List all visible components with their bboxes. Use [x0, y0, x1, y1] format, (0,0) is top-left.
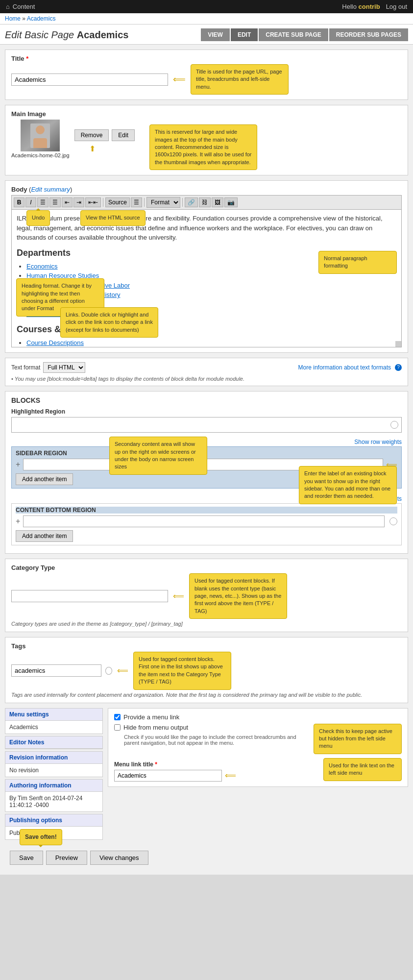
save-tooltip: Save often! [20, 829, 62, 845]
image-button[interactable]: 🖼 [212, 197, 223, 207]
hide-menu-tooltip: Check this to keep page active but hidde… [314, 724, 402, 754]
logout-link[interactable]: Log out [386, 3, 407, 10]
course-descriptions[interactable]: Course Descriptions [26, 339, 84, 346]
tags-section: Tags ⟸ Used for tagged content blocks. F… [5, 637, 408, 703]
tags-arrow: ⟸ [117, 666, 128, 675]
text-format-select[interactable]: Full HTML [43, 362, 85, 373]
authoring-value: By Tim Senft on 2014-07-24 11:40:12 -040… [5, 792, 102, 811]
tags-label: Tags [11, 642, 402, 650]
menu-settings-header[interactable]: Menu settings [5, 709, 102, 721]
hide-hint: Check if you would like the page to incl… [124, 734, 305, 746]
content-bottom-label: CONTENT BOTTOM REGION [16, 507, 397, 514]
format-select-wrap: Text format Full HTML [11, 362, 85, 373]
tag-input-wrap [11, 664, 112, 677]
menu-link-required: * [155, 761, 157, 768]
sidebar-tooltip: Secondary content area will show up on t… [109, 437, 207, 475]
breadcrumb-academics[interactable]: Academics [27, 15, 56, 22]
edit-image-button[interactable]: Edit [112, 129, 135, 141]
title-arrow: ⟸ [173, 74, 186, 85]
tag-circle [105, 667, 112, 675]
body-label: Body (Edit summary) [11, 186, 402, 193]
italic-button[interactable]: I [25, 197, 36, 207]
content-bottom-input-row: + [16, 515, 397, 527]
breadcrumb: Home » Academics [0, 13, 413, 24]
header-buttons: VIEW EDIT CREATE SUB PAGE REORDER SUB PA… [201, 28, 408, 41]
footer-buttons: Save Preview View changes Save often! [5, 846, 408, 870]
format-info-link[interactable]: More information about text formats [298, 364, 391, 371]
image-filename: Academics-home-02.jpg [11, 152, 70, 158]
content-label: Content [13, 3, 35, 10]
menu-link-title-wrap: Menu link title * ⟸ Used for the link te… [114, 758, 402, 782]
blocks-section: BLOCKS Highlighted Region Show row weigh… [5, 391, 408, 554]
highlighted-input[interactable] [15, 419, 389, 430]
category-section: Category Type ⟸ Used for tagged content … [5, 559, 408, 632]
ordered-list-button[interactable]: ☰ [49, 197, 61, 207]
content-bottom-section: CONTENT BOTTOM REGION + Add another item [11, 503, 402, 545]
text-format-row: Text format Full HTML More information a… [11, 362, 402, 373]
category-input[interactable] [11, 590, 168, 602]
tag-input[interactable] [11, 664, 101, 677]
dept-economics[interactable]: Economics [26, 263, 58, 270]
unlink-button[interactable]: ⛓ [199, 197, 211, 207]
highlighted-input-row [11, 417, 402, 433]
authoring-panel: Authoring information By Tim Senft on 20… [5, 779, 103, 812]
menu-settings-panel: Menu settings Academics [5, 708, 103, 734]
category-tooltip: Used for tagged content blocks. If blank… [189, 573, 287, 619]
edit-button[interactable]: EDIT [231, 28, 258, 41]
content-bottom-input[interactable] [23, 515, 385, 527]
align-button[interactable]: ⇤⇤ [85, 197, 101, 207]
indent-decrease-button[interactable]: ⇤ [62, 197, 73, 207]
category-label: Category Type [11, 564, 402, 571]
provide-link-checkbox[interactable] [114, 714, 121, 720]
save-button[interactable]: Save [10, 851, 43, 865]
preview-button[interactable]: Preview [46, 851, 87, 865]
format-select[interactable]: Format [146, 197, 180, 208]
main-image-section: Main Image Academics-home-02.jpg Remove … [5, 105, 408, 175]
bold-button[interactable]: B [14, 197, 24, 207]
normal-tooltip-container: Normal paragraph formatting [318, 251, 397, 274]
sidebar-plus-icon: + [16, 460, 20, 469]
title-input[interactable] [11, 74, 168, 86]
edit-summary-link[interactable]: Edit summary [31, 186, 70, 193]
editor-wrapper: ILR's curriculum presents a balance of s… [11, 209, 402, 347]
breadcrumb-home[interactable]: Home [5, 15, 21, 22]
hide-from-menu-row: Hide from menu output [114, 724, 305, 731]
sidebar-input-tooltip: Enter the label of an existing block you… [299, 466, 397, 504]
menu-link-title-input[interactable] [114, 770, 222, 782]
toolbar-separator-2 [144, 198, 145, 207]
username: contrib [359, 3, 380, 10]
view-changes-button[interactable]: View changes [90, 851, 148, 865]
image-thumbnail [21, 120, 60, 151]
view-button[interactable]: VIEW [201, 28, 230, 41]
sidebar-region-container: Show row weights SIDEBAR REGION + ⟸ Add … [11, 437, 402, 489]
editor-notes-panel: Editor Notes [5, 736, 103, 749]
create-sub-page-button[interactable]: CREATE SUB PAGE [259, 28, 328, 41]
link-icon-button[interactable]: 🔗 [185, 197, 198, 207]
provide-link-row: Provide a menu link [114, 713, 402, 721]
media-button[interactable]: 📷 [224, 197, 238, 207]
source-button[interactable]: Source [105, 197, 130, 207]
text-format-section: Text format Full HTML More information a… [5, 358, 408, 386]
lines-button[interactable]: ☰ [131, 197, 142, 207]
links-tooltip: Links. Double click or highlight and cli… [60, 307, 158, 338]
editor-resize-handle[interactable] [395, 341, 401, 347]
publishing-header[interactable]: Publishing options [5, 814, 102, 827]
add-content-bottom-item-button[interactable]: Add another item [16, 530, 73, 542]
title-required: * [26, 55, 28, 62]
hide-menu-row-wrap: Hide from menu output Check if you would… [114, 724, 402, 754]
add-sidebar-item-button[interactable]: Add another item [16, 473, 73, 485]
home-icon: ⌂ [6, 3, 10, 10]
content-bottom-circle [389, 517, 397, 525]
image-arrow: ⬆ [89, 144, 135, 153]
show-row-weights-sidebar[interactable]: Show row weights [354, 439, 402, 445]
authoring-header[interactable]: Authoring information [5, 780, 102, 792]
revision-header[interactable]: Revision information [5, 752, 102, 764]
menu-link-title-label: Menu link title * [114, 761, 315, 768]
indent-increase-button[interactable]: ⇥ [73, 197, 84, 207]
reorder-sub-pages-button[interactable]: REORDER SUB PAGES [329, 28, 408, 41]
title-section: Title * ⟸ Title is used for the page URL… [5, 49, 408, 100]
hide-from-menu-checkbox[interactable] [114, 724, 121, 731]
remove-image-button[interactable]: Remove [74, 129, 109, 141]
nav-left: ⌂ Content [6, 3, 35, 10]
editor-notes-header[interactable]: Editor Notes [5, 736, 102, 749]
